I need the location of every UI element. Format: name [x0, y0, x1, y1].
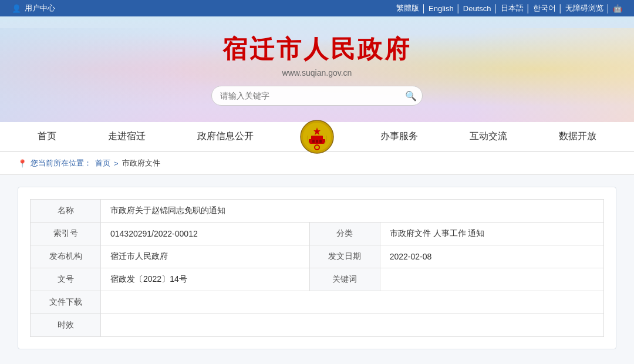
lang-traditional[interactable]: 繁體版	[396, 3, 419, 14]
table-row: 时效	[31, 314, 604, 337]
nav-item-interaction[interactable]: 互动交流	[458, 122, 519, 151]
nav-item-home[interactable]: 首页	[26, 122, 68, 151]
main-content: 名称 市政府关于赵锦同志免职的通知 索引号 014320291/2022-000…	[0, 175, 634, 364]
divider5: │	[558, 4, 563, 13]
value-date: 2022-02-08	[380, 245, 603, 268]
site-title: 宿迁市人民政府	[222, 33, 412, 66]
user-icon: 👤	[12, 4, 21, 13]
divider2: │	[456, 4, 461, 13]
value-docnum: 宿政发〔2022〕14号	[101, 268, 310, 291]
location-icon: 📍	[18, 159, 27, 168]
accessibility[interactable]: 无障碍浏览	[565, 3, 603, 14]
table-row: 文件下载	[31, 291, 604, 314]
value-category: 市政府文件 人事工作 通知	[380, 223, 603, 245]
table-row: 文号 宿政发〔2022〕14号 关键词	[31, 268, 604, 291]
top-bar-right: 繁體版 │ English │ Deutsch │ 日本語 │ 한국어 │ 无障…	[396, 3, 622, 14]
breadcrumb-current: 市政府文件	[122, 158, 160, 168]
building-right-decoration	[470, 28, 634, 122]
label-keywords: 关键词	[309, 268, 380, 291]
nav-item-data[interactable]: 数据开放	[547, 122, 608, 151]
value-validity	[101, 314, 604, 337]
value-publisher: 宿迁市人民政府	[101, 245, 310, 268]
nav-item-service[interactable]: 办事服务	[369, 122, 430, 151]
value-name: 市政府关于赵锦同志免职的通知	[101, 200, 604, 223]
svg-rect-6	[319, 140, 322, 143]
value-index: 014320291/2022-00012	[101, 223, 310, 245]
breadcrumb-bar: 📍 您当前所在位置： 首页 > 市政府文件	[0, 152, 634, 175]
robot-icon[interactable]: 🤖	[613, 4, 622, 13]
table-row: 索引号 014320291/2022-00012 分类 市政府文件 人事工作 通…	[31, 223, 604, 245]
header-banner: 宿迁市人民政府 www.suqian.gov.cn 🔍	[0, 16, 634, 122]
info-card: 名称 市政府关于赵锦同志免职的通知 索引号 014320291/2022-000…	[18, 187, 616, 349]
search-input[interactable]	[211, 86, 423, 106]
label-publisher: 发布机构	[31, 245, 101, 268]
svg-rect-4	[312, 140, 315, 143]
value-download	[101, 291, 604, 314]
lang-korean[interactable]: 한국어	[533, 3, 556, 14]
info-table: 名称 市政府关于赵锦同志免职的通知 索引号 014320291/2022-000…	[30, 199, 604, 337]
label-category: 分类	[309, 223, 380, 245]
building-left-decoration	[0, 28, 188, 122]
lang-deutsch[interactable]: Deutsch	[463, 4, 491, 13]
label-validity: 时效	[31, 314, 101, 337]
svg-rect-3	[311, 136, 323, 140]
national-emblem	[299, 119, 335, 154]
table-row: 名称 市政府关于赵锦同志免职的通知	[31, 200, 604, 223]
nav-item-about[interactable]: 走进宿迁	[96, 122, 157, 151]
value-keywords	[380, 268, 603, 291]
nav-bar: 首页 走进宿迁 政府信息公开 办事服务 互动交流 数据开放	[0, 122, 634, 152]
divider6: │	[606, 4, 611, 13]
divider1: │	[421, 4, 426, 13]
breadcrumb-prefix: 您当前所在位置：	[31, 158, 92, 168]
table-row: 发布机构 宿迁市人民政府 发文日期 2022-02-08	[31, 245, 604, 268]
user-center-label[interactable]: 用户中心	[25, 3, 55, 14]
breadcrumb-home[interactable]: 首页	[95, 158, 110, 168]
label-download: 文件下载	[31, 291, 101, 314]
search-button[interactable]: 🔍	[405, 90, 417, 102]
nav-item-info[interactable]: 政府信息公开	[186, 122, 265, 151]
top-bar-left: 👤 用户中心	[12, 3, 55, 14]
label-date: 发文日期	[309, 245, 380, 268]
divider3: │	[494, 4, 498, 13]
search-bar: 🔍	[211, 86, 423, 106]
svg-rect-5	[316, 140, 318, 143]
document-title: 市政府关于赵锦同志免职的通知	[18, 361, 616, 364]
divider4: │	[526, 4, 531, 13]
lang-english[interactable]: English	[429, 4, 454, 13]
label-name: 名称	[31, 200, 101, 223]
label-docnum: 文号	[31, 268, 101, 291]
breadcrumb-separator: >	[114, 159, 119, 168]
site-url: www.suqian.gov.cn	[282, 68, 352, 77]
label-index: 索引号	[31, 223, 101, 245]
top-bar: 👤 用户中心 繁體版 │ English │ Deutsch │ 日本語 │ 한…	[0, 0, 634, 16]
lang-japanese[interactable]: 日本語	[501, 3, 524, 14]
